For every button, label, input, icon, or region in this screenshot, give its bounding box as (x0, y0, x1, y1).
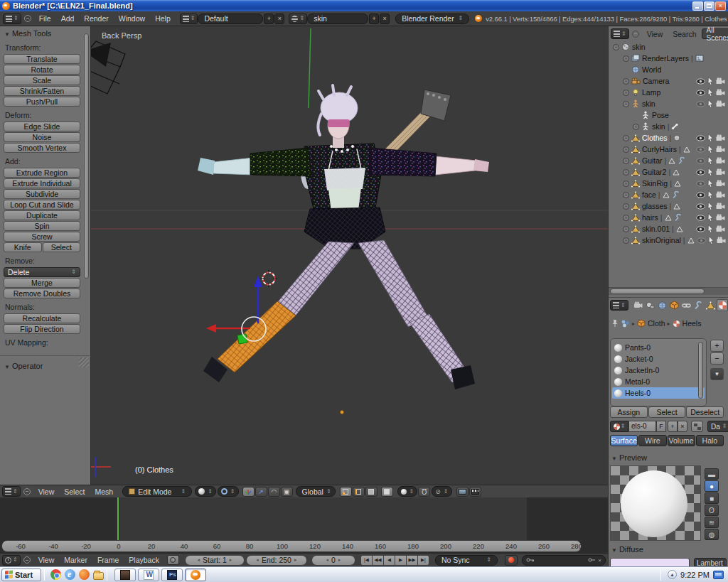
expand-icon[interactable]: + (623, 101, 629, 107)
unlink-material-button[interactable]: × (678, 421, 687, 432)
eye-toggle-icon[interactable] (696, 190, 705, 199)
outliner-hscrollbar[interactable] (609, 287, 728, 295)
eye-toggle-icon[interactable] (696, 202, 705, 210)
timeline-canvas[interactable]: -60-40-200204060801001201401601802002202… (0, 497, 608, 553)
assign-button[interactable]: Assign (610, 406, 648, 418)
material-slot-heels-0[interactable]: Heels-0 (612, 387, 705, 399)
play-button[interactable]: ▶ (395, 555, 407, 566)
deselect-button[interactable]: Deselect (686, 406, 724, 418)
tab-scene[interactable] (644, 299, 655, 311)
keying-set-field[interactable]: × (522, 555, 606, 566)
material-slot-pants-0[interactable]: Pants-0 (612, 342, 705, 353)
outliner-item-skin[interactable]: +skin| (609, 121, 728, 132)
tab-data[interactable] (705, 299, 716, 311)
slot-list-scrollbar[interactable] (698, 342, 703, 399)
add-slot-button[interactable]: + (710, 340, 724, 352)
cam-toggle-icon[interactable] (716, 202, 725, 210)
manipulator-toggle-button[interactable] (242, 487, 255, 497)
loop-cut-and-slide-button[interactable]: Loop Cut and Slide (4, 200, 80, 210)
editor-type-dropdown[interactable]: ⇕ (3, 14, 21, 24)
eye-toggle-icon[interactable] (696, 88, 705, 97)
scrollbar-thumb[interactable] (610, 289, 705, 294)
preview-sphere-button[interactable]: ● (705, 480, 719, 492)
cam-toggle-icon[interactable] (716, 145, 725, 153)
cam-toggle-icon[interactable] (716, 156, 725, 165)
menu-marker[interactable]: Marker (59, 556, 92, 564)
clear-key-icon[interactable]: × (598, 557, 601, 564)
select-button[interactable]: Select (648, 406, 686, 418)
viewport-shading-dropdown[interactable]: ⇕ (195, 486, 216, 497)
outliner-item-camera[interactable]: +Camera (609, 75, 728, 87)
flip-direction-button[interactable]: Flip Direction (4, 324, 80, 334)
outliner-item-skin[interactable]: +skin (609, 41, 728, 53)
cursor-toggle-icon[interactable] (707, 99, 714, 108)
scene-field[interactable]: skin (307, 14, 368, 24)
preview-panel-title[interactable]: ▼Preview (611, 453, 647, 462)
preview-monkey-button[interactable]: ʘ (705, 505, 719, 516)
menu-window[interactable]: Window (114, 14, 150, 23)
eye-toggle-icon[interactable] (696, 225, 705, 233)
collapse-menus-icon[interactable] (632, 31, 639, 38)
cursor-toggle-icon[interactable] (707, 179, 714, 188)
selected-shin-mesh[interactable] (218, 301, 296, 372)
eye-toggle-icon[interactable] (696, 99, 705, 108)
material-slot-jacket-0[interactable]: Jacket-0 (612, 353, 705, 365)
material-ball-icon[interactable] (673, 320, 680, 328)
knife-button[interactable]: Knife (4, 242, 42, 252)
firefox-icon[interactable] (79, 569, 90, 580)
cursor-toggle-icon[interactable] (707, 77, 714, 85)
breadcrumb-material[interactable]: Heels (682, 319, 702, 328)
rotate-manipulator-button[interactable]: ◠ (268, 487, 280, 497)
operator-panel-title[interactable]: ▼Operator (0, 356, 90, 372)
screen-layout-icon[interactable]: ⇕ (180, 14, 198, 24)
face-select-button[interactable] (365, 487, 378, 497)
record-button[interactable] (505, 555, 518, 566)
play-reverse-button[interactable]: ◀ (383, 555, 395, 566)
material-type-surface[interactable]: Surface (610, 435, 638, 446)
select-button[interactable]: Select (43, 242, 81, 252)
scale-button[interactable]: Scale (4, 75, 80, 85)
cam-toggle-icon[interactable] (716, 134, 725, 142)
slot-specials-dropdown[interactable]: ▼ (710, 368, 724, 380)
push-pull-button[interactable]: Push/Pull (4, 97, 80, 107)
fake-user-button[interactable]: F (656, 421, 666, 432)
task-app-dark[interactable] (114, 568, 136, 581)
eye-toggle-icon[interactable] (696, 77, 705, 85)
menu-mesh[interactable]: Mesh (90, 487, 118, 496)
translate-manipulator-button[interactable]: ↗ (255, 487, 267, 497)
outliner-item-pose[interactable]: Pose (609, 109, 728, 121)
current-frame-field[interactable]: ◂0▸ (311, 555, 355, 566)
cam-toggle-icon[interactable] (716, 225, 725, 233)
tab-modifiers[interactable] (692, 299, 704, 311)
menu-file[interactable]: File (34, 14, 56, 23)
expand-icon[interactable]: + (623, 226, 629, 232)
hide-icons-chevron[interactable]: ▴ (668, 570, 677, 579)
task-word[interactable] (138, 568, 159, 581)
outliner-item-face[interactable]: +face| (609, 189, 728, 200)
collapse-menus-icon[interactable] (23, 488, 31, 495)
jump-end-button[interactable]: ▶| (417, 555, 429, 566)
viewport-3d[interactable]: Back Persp (0) Clothes (91, 26, 608, 485)
jump-start-button[interactable]: |◀ (360, 555, 373, 566)
subdivide-button[interactable]: Subdivide (4, 189, 80, 199)
browse-material-dropdown[interactable]: ⇕ (610, 421, 628, 432)
start-frame-field[interactable]: ◂Start: 1▸ (185, 555, 245, 566)
tab-world[interactable] (656, 299, 668, 311)
new-material-button[interactable]: + (668, 421, 678, 432)
expand-icon[interactable]: + (623, 203, 629, 210)
mode-dropdown[interactable]: Edit Mode⇕ (122, 486, 192, 497)
cam-toggle-icon[interactable] (716, 213, 725, 222)
shrink-fatten-button[interactable]: Shrink/Fatten (4, 86, 80, 96)
internet-explorer-icon[interactable] (65, 569, 75, 580)
snap-toggle-button[interactable]: Ω (418, 487, 430, 497)
remove-doubles-button[interactable]: Remove Doubles (4, 289, 80, 298)
minimize-button[interactable] (692, 1, 703, 11)
tool-shelf-scrollbar[interactable] (84, 33, 89, 279)
cursor-toggle-icon[interactable] (707, 156, 714, 165)
cam-toggle-icon[interactable] (717, 236, 726, 244)
cursor-toggle-icon[interactable] (707, 145, 714, 153)
expand-icon[interactable]: + (623, 215, 629, 221)
expand-icon[interactable]: + (623, 180, 629, 187)
preview-world-button[interactable]: ◍ (705, 529, 719, 540)
duplicate-button[interactable]: Duplicate (4, 210, 80, 220)
